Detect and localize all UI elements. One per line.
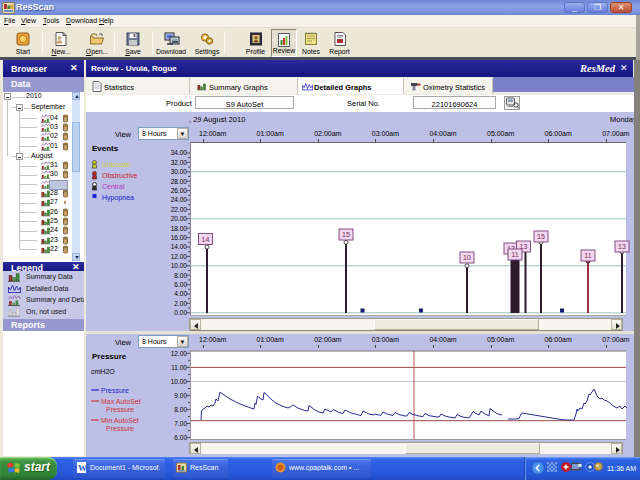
svg-text:10: 10 (463, 254, 471, 261)
svg-text:18.00: 18.00 (171, 225, 188, 232)
svg-text:11: 11 (511, 251, 518, 258)
svg-text:0.00: 0.00 (174, 309, 187, 316)
svg-text:Hypopnea: Hypopnea (102, 194, 134, 202)
svg-text:11.00: 11.00 (171, 364, 187, 371)
svg-text:30.00: 30.00 (171, 168, 188, 175)
svg-text:Events: Events (92, 144, 119, 153)
svg-text:7.00: 7.00 (174, 420, 187, 427)
svg-text:W: W (78, 463, 87, 473)
svg-text:14: 14 (202, 236, 210, 243)
svg-text:14.00: 14.00 (171, 243, 188, 250)
svg-text:16.00: 16.00 (171, 234, 188, 241)
svg-text:26.00: 26.00 (171, 187, 188, 194)
svg-text:32.00: 32.00 (171, 159, 188, 166)
svg-text:Obstructive: Obstructive (102, 172, 138, 179)
svg-text:10.00: 10.00 (171, 262, 188, 269)
svg-text:12.00: 12.00 (171, 253, 188, 260)
svg-text:Unknown: Unknown (102, 161, 131, 168)
svg-text:12.00: 12.00 (171, 350, 188, 357)
svg-text:8.00: 8.00 (174, 272, 187, 279)
svg-text:9.00: 9.00 (174, 392, 187, 399)
svg-text:Min AutoSet: Min AutoSet (101, 417, 139, 424)
svg-text:28.00: 28.00 (171, 178, 188, 185)
svg-text:13: 13 (618, 243, 626, 250)
svg-text:15: 15 (537, 233, 545, 240)
svg-text:11: 11 (584, 252, 591, 259)
svg-text:24.00: 24.00 (171, 196, 188, 203)
svg-text:Pressure: Pressure (106, 425, 134, 432)
svg-text:34.00: 34.00 (171, 149, 188, 156)
svg-text:Max AutoSet: Max AutoSet (101, 398, 141, 405)
svg-text:22.00: 22.00 (171, 206, 188, 213)
svg-text:4.00: 4.00 (174, 290, 187, 297)
svg-text:15: 15 (342, 231, 350, 238)
svg-text:10.00: 10.00 (171, 378, 188, 385)
svg-text:Pressure: Pressure (106, 406, 134, 413)
svg-text:Pressure: Pressure (92, 352, 127, 361)
svg-text:20.00: 20.00 (171, 215, 188, 222)
svg-text:Pressure: Pressure (101, 387, 129, 394)
svg-text:cmH2O: cmH2O (91, 368, 115, 375)
svg-text:Central: Central (102, 183, 125, 190)
svg-text:6.00: 6.00 (174, 281, 187, 288)
svg-text:2.00: 2.00 (174, 300, 187, 307)
svg-text:8.00: 8.00 (174, 406, 187, 413)
